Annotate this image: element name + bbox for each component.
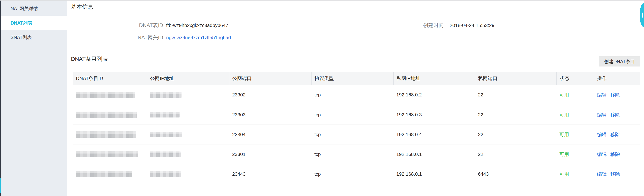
table-header-row: DNAT条目ID公网IP地址公网端口协议类型私网IP地址私网端口状态操作 (73, 72, 640, 85)
nat-gateway-id-link[interactable]: ngw-wz9ue9xzm1zlf551ng6ad (166, 35, 231, 40)
cell-public-port: 23303 (229, 105, 311, 124)
cell-public-port: 23301 (229, 144, 311, 164)
cell-status: 可用 (556, 164, 594, 184)
cell-public-port: 23302 (229, 85, 311, 105)
cell-public-ip (147, 164, 229, 184)
column-header-dnat-entry-id: DNAT条目ID (73, 72, 147, 85)
cell-dnat-entry-id (73, 125, 147, 144)
redacted-dnat-entry-id (76, 171, 132, 177)
edit-link[interactable]: 编辑 (597, 111, 606, 118)
status-badge: 可用 (559, 111, 569, 118)
redacted-public-ip (150, 151, 180, 157)
created-time-label: 创建时间 (423, 22, 444, 29)
dnat-entries-table: DNAT条目ID公网IP地址公网端口协议类型私网IP地址私网端口状态操作 233… (73, 72, 640, 184)
table-row: 23302tcp192.168.0.222可用编辑移除 (73, 85, 640, 105)
dnat-entries-title: DNAT条目列表 (71, 55, 108, 63)
created-time-value: 2018-04-24 15:53:29 (450, 22, 494, 29)
column-header-protocol: 协议类型 (311, 72, 394, 85)
column-header-private-port: 私网端口 (475, 72, 556, 85)
cell-private-port: 22 (475, 125, 556, 144)
dnat-table-id-value: ftb-wz9hb2xgkxzc3adbyb647 (166, 22, 228, 29)
cell-protocol: tcp (311, 85, 394, 105)
cell-actions: 编辑移除 (594, 164, 640, 184)
status-badge: 可用 (559, 92, 569, 98)
remove-link[interactable]: 移除 (610, 171, 620, 177)
nat-gateway-id-value-wrap: ngw-wz9ue9xzm1zlf551ng6ad (166, 34, 231, 41)
cell-status: 可用 (556, 125, 594, 144)
remove-link[interactable]: 移除 (610, 151, 620, 158)
column-header-public-ip: 公网IP地址 (147, 72, 229, 85)
cell-dnat-entry-id (73, 144, 147, 164)
cell-private-ip: 192.168.0.4 (394, 125, 475, 144)
sidebar-item-snat-list[interactable]: SNAT列表 (1, 30, 67, 45)
cell-status: 可用 (556, 144, 594, 164)
status-badge: 可用 (559, 131, 569, 138)
cell-private-ip: 192.168.0.2 (394, 85, 475, 105)
cell-protocol: tcp (311, 144, 394, 164)
edit-link[interactable]: 编辑 (597, 131, 606, 138)
cell-public-ip (147, 125, 229, 144)
edit-link[interactable]: 编辑 (597, 151, 606, 158)
cell-protocol: tcp (311, 164, 394, 184)
status-badge: 可用 (559, 171, 569, 177)
edit-link[interactable]: 编辑 (597, 92, 606, 98)
sidebar-item-nat-gateway-detail[interactable]: NAT网关详情 (1, 1, 67, 16)
redacted-dnat-entry-id (76, 111, 137, 118)
sidebar-item-dnat-list[interactable]: DNAT列表 (1, 16, 67, 30)
cell-private-ip: 192.168.0.3 (394, 105, 475, 124)
create-dnat-entry-button[interactable]: 创建DNAT条目 (599, 56, 640, 67)
nat-gateway-id-label: NAT网关ID (67, 34, 163, 41)
sidebar: NAT网关详情 DNAT列表 SNAT列表 (1, 0, 67, 196)
cell-actions: 编辑移除 (594, 85, 640, 105)
remove-link[interactable]: 移除 (610, 111, 620, 118)
table-row: 23303tcp192.168.0.322可用编辑移除 (73, 105, 640, 124)
dnat-table-id-label: DNAT表ID (67, 22, 163, 29)
status-badge: 可用 (559, 151, 569, 158)
cell-actions: 编辑移除 (594, 144, 640, 164)
cell-dnat-entry-id (73, 105, 147, 124)
cell-public-port: 23443 (229, 164, 311, 184)
table-row: 23443tcp192.168.0.16443可用编辑移除 (73, 164, 640, 184)
cell-private-port: 6443 (475, 164, 556, 184)
edit-link[interactable]: 编辑 (597, 171, 606, 177)
cell-private-port: 22 (475, 85, 556, 105)
basic-info-title: 基本信息 (71, 3, 93, 11)
redacted-public-ip (150, 132, 182, 137)
cell-private-ip: 192.168.0.1 (394, 164, 475, 184)
cell-protocol: tcp (311, 105, 394, 124)
column-header-private-ip: 私网IP地址 (394, 72, 475, 85)
cell-actions: 编辑移除 (594, 105, 640, 124)
cell-status: 可用 (556, 85, 594, 105)
redacted-public-ip (150, 112, 180, 117)
redacted-public-ip (150, 171, 181, 177)
cell-protocol: tcp (311, 125, 394, 144)
cell-public-ip (147, 144, 229, 164)
redacted-dnat-entry-id (76, 151, 138, 157)
drawer-handle-bar-icon (642, 12, 643, 17)
column-header-status: 状态 (556, 72, 594, 85)
main-content: 基本信息 DNAT表ID ftb-wz9hb2xgkxzc3adbyb647 创… (67, 0, 644, 196)
basic-info-divider (71, 15, 640, 15)
cell-actions: 编辑移除 (594, 125, 640, 144)
column-header-public-port: 公网端口 (229, 72, 311, 85)
cell-private-ip: 192.168.0.1 (394, 144, 475, 164)
redacted-public-ip (150, 92, 182, 98)
table-row: 23301tcp192.168.0.122可用编辑移除 (73, 144, 640, 164)
cell-dnat-entry-id (73, 164, 147, 184)
column-header-actions: 操作 (594, 72, 640, 85)
cell-status: 可用 (556, 105, 594, 124)
cell-private-port: 22 (475, 105, 556, 124)
cell-private-port: 22 (475, 144, 556, 164)
table-body: 23302tcp192.168.0.222可用编辑移除23303tcp192.1… (73, 85, 640, 184)
cell-public-ip (147, 105, 229, 124)
table-row: 23304tcp192.168.0.422可用编辑移除 (73, 124, 640, 144)
redacted-dnat-entry-id (76, 131, 136, 138)
cell-dnat-entry-id (73, 85, 147, 105)
dnat-list-page: NAT网关详情 DNAT列表 SNAT列表 基本信息 DNAT表ID ftb-w… (0, 0, 644, 196)
cell-public-port: 23304 (229, 125, 311, 144)
remove-link[interactable]: 移除 (610, 92, 620, 98)
redacted-dnat-entry-id (76, 92, 135, 98)
cell-public-ip (147, 85, 229, 105)
remove-link[interactable]: 移除 (610, 131, 620, 138)
